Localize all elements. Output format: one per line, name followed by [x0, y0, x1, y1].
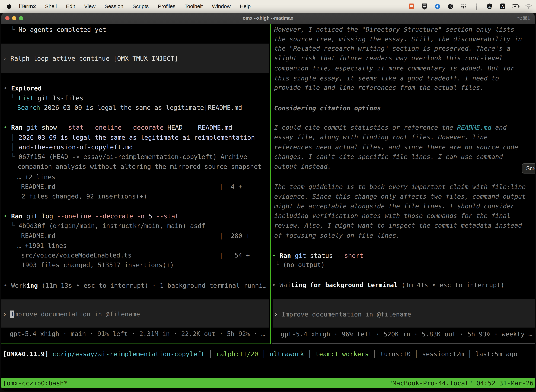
terminal-line: 1903 files changed, 513517 insertions(+): [21, 260, 174, 270]
dots-grid-icon[interactable]: [460, 2, 467, 10]
window-title: omx --xhigh --madmax: [1, 15, 535, 21]
input-a-icon[interactable]: A: [499, 2, 507, 10]
terminal-line: the source tree, missing the essay. Stil…: [274, 34, 522, 44]
terminal-line: evidence. Since this change only affects…: [274, 191, 526, 201]
svg-text:..61: ..61: [488, 5, 492, 8]
terminal-line: gpt-5.4 xhigh · main · 91% left · 2.31M …: [10, 329, 265, 339]
terminal-line: references need actual files, and since …: [274, 142, 518, 152]
menu-items: iTerm2 ShellEditViewSessionScriptsProfil…: [19, 3, 251, 9]
terminal-line: … +2 lines: [17, 172, 55, 182]
terminal-line: output instead.: [274, 161, 331, 171]
terminal-line: • Ran git show --stat --oneline --decora…: [4, 122, 232, 132]
menu-item-toolbelt[interactable]: Toolbelt: [185, 3, 203, 9]
terminal-line: review. Also, I might want to inspect th…: [274, 220, 522, 230]
terminal-line: › Ralph loop active continue [OMX_TMUX_I…: [3, 53, 178, 63]
pane-divider[interactable]: [270, 24, 271, 344]
terminal-line: • Ran git log --oneline --decorate -n 5 …: [4, 211, 179, 221]
terminal-line: [OMX#0.11.9] cczip/essay/ai-reimplementa…: [3, 349, 517, 359]
terminal-line: Search 2026-03-09-is-legal-the-same-as-l…: [17, 103, 242, 112]
terminal-line: └ No agents completed yet: [11, 25, 106, 35]
terminal-line: • Ran git status --short: [272, 251, 363, 261]
terminal-line: • Explored: [4, 83, 42, 93]
menu-item-view[interactable]: View: [84, 3, 96, 9]
terminal-line: 2 files changed, 92 insertions(+): [21, 191, 147, 201]
terminal-line: gpt-5.4 xhigh · 96% left · 520K in · 5.8…: [281, 329, 532, 339]
menu-bar: iTerm2 ShellEditViewSessionScriptsProfil…: [0, 0, 536, 13]
tmux-host-clock: "MacBook-Pro-44.local" 04:52 31-Mar-26: [389, 379, 534, 387]
terminal-line: of focusing solely on file lines.: [274, 230, 400, 240]
terminal-line: … +1901 lines: [17, 241, 67, 251]
menu-item-shell[interactable]: Shell: [45, 3, 57, 9]
terminal-line: • Working (11m 13s • esc to interrupt) ·…: [4, 280, 267, 290]
window-shortcut-badge: ⌥⌘1: [517, 15, 530, 21]
terminal-line: README.md | 4 +: [21, 182, 242, 191]
terminal-line: src/voice/voiceModeEnabled.ts | 54 +: [21, 250, 250, 260]
right-pane-bottom-border: [272, 344, 535, 344]
svg-text:A: A: [501, 5, 504, 9]
tmux-session-label: [omx-cczip0:bash*: [3, 379, 67, 387]
terminal-line: └ 067f154 (HEAD -> essay/ai-reimplementa…: [11, 152, 247, 162]
terminal-line: Considering citation options: [274, 103, 381, 113]
terminal-line: However, I noticed the "Directory Struct…: [274, 24, 514, 34]
tmux-status-bar: [omx-cczip0:bash* "MacBook-Pro-44.local"…: [1, 378, 535, 388]
badge-blue-icon[interactable]: [434, 2, 441, 10]
terminal-content: └ No agents completed yet› Ralph loop ac…: [1, 24, 535, 391]
terminal-line: slight risk that future readers may over…: [274, 53, 503, 63]
menu-item-scripts[interactable]: Scripts: [133, 3, 149, 9]
terminal-line: │ and-the-erosion-of-copyleft.md: [11, 142, 133, 152]
screen-overlay-button[interactable]: Scre: [522, 163, 535, 173]
terminal-line: this single essay, it seems like a good …: [274, 73, 499, 83]
menu-item-edit[interactable]: Edit: [66, 3, 75, 9]
menu-item-window[interactable]: Window: [212, 3, 231, 9]
terminal-line: • Waiting for background terminal (1m 41…: [272, 280, 504, 290]
moon-icon[interactable]: [447, 2, 455, 10]
terminal-line: The team guideline is to back every impo…: [274, 182, 526, 192]
keypad-icon[interactable]: [421, 2, 428, 10]
terminal-line: companion analysis without altering the …: [18, 162, 262, 172]
terminal-line: └ (no output): [275, 260, 325, 270]
chat-icon[interactable]: [408, 2, 415, 10]
menu-app-name[interactable]: iTerm2: [19, 3, 36, 9]
terminal-line: companion file, especially if more comme…: [274, 63, 514, 73]
terminal-line: the "Related research writing" section i…: [274, 43, 511, 53]
menu-status-icons: ..61A: [408, 2, 532, 10]
terminal-line: › Improve documentation in @filename: [3, 309, 140, 319]
menu-item-session[interactable]: Session: [105, 3, 124, 9]
battery-61-icon[interactable]: ..61: [486, 2, 493, 10]
menu-item-help[interactable]: Help: [240, 3, 251, 9]
terminal-line: changes, I can't cite specific file line…: [274, 152, 503, 162]
battery-icon[interactable]: [512, 2, 519, 10]
terminal-line: └ 4b9d30f (origin/main, instructkr/main,…: [11, 221, 205, 231]
terminal-line: provide file and line references from th…: [274, 83, 484, 93]
menu-item-profiles[interactable]: Profiles: [158, 3, 175, 9]
apple-menu-icon[interactable]: [7, 4, 12, 9]
terminal-window: omx --xhigh --madmax ⌥⌘1 └ No agents com…: [1, 13, 535, 391]
terminal-line: including verification notes with those …: [274, 211, 511, 221]
terminal-line: essay file, along with finding root file…: [274, 132, 488, 142]
terminal-line: │ 2026-03-09-is-legal-the-same-as-legiti…: [11, 132, 259, 142]
terminal-line: └ List git ls-files: [11, 93, 83, 103]
terminal-line: I could cite commit statistics or refere…: [274, 122, 507, 132]
terminal-line: › Improve documentation in @filename: [274, 309, 411, 319]
terminal-line: might be acceptable alongside the file l…: [274, 201, 514, 211]
terminal-line: README.md | 280 +: [21, 231, 250, 241]
title-bar[interactable]: omx --xhigh --madmax ⌥⌘1: [1, 13, 535, 24]
wifi-icon[interactable]: [525, 2, 532, 10]
left-pane-bottom-border: [1, 344, 271, 344]
squiggle-icon[interactable]: [473, 2, 480, 10]
